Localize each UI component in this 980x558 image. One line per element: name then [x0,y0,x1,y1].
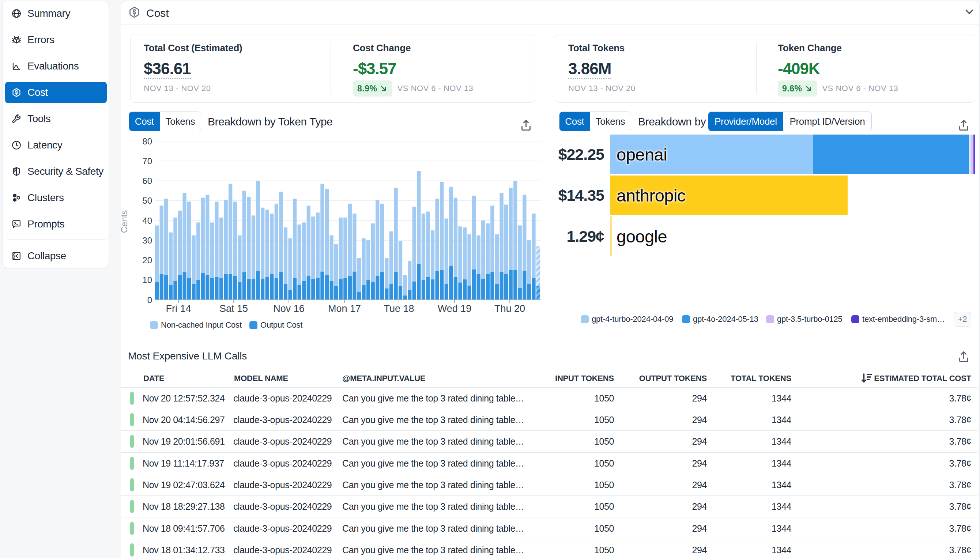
svg-text:10: 10 [142,275,152,285]
svg-text:70: 70 [142,156,152,166]
svg-text:30: 30 [142,235,152,245]
svg-text:Thu 20: Thu 20 [494,303,525,314]
svg-text:Tue 18: Tue 18 [384,303,414,314]
svg-text:60: 60 [142,176,152,186]
svg-text:Fri 14: Fri 14 [166,303,191,314]
svg-text:Sat 15: Sat 15 [219,303,248,314]
svg-text:50: 50 [142,195,152,205]
svg-text:20: 20 [142,255,152,265]
svg-text:40: 40 [142,216,152,226]
svg-text:0: 0 [148,295,152,305]
svg-text:Mon 17: Mon 17 [328,303,361,314]
svg-text:Cents: Cents [121,210,129,233]
svg-text:Nov 16: Nov 16 [273,303,305,314]
svg-text:Wed 19: Wed 19 [438,303,472,314]
svg-text:80: 80 [142,136,152,146]
